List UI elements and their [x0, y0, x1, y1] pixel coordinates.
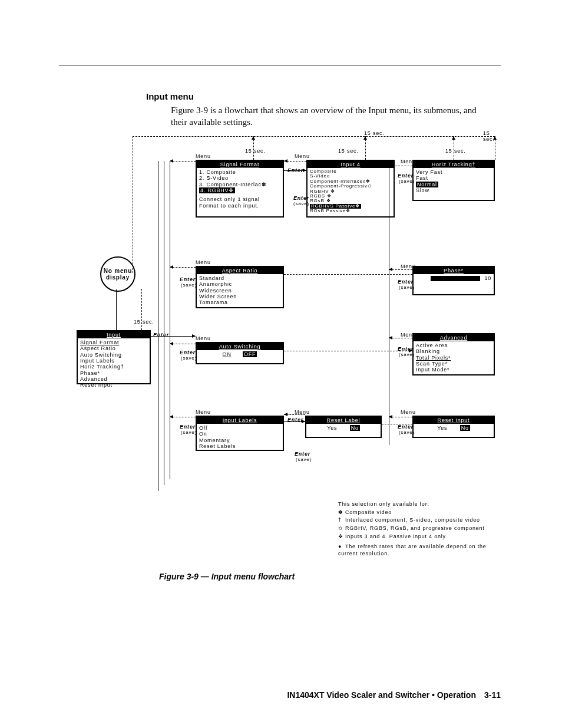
section-heading: Input menu	[146, 91, 194, 101]
advanced-box: Advanced Active Area Blanking Total Pixe…	[412, 333, 495, 375]
timeout-label: 15 sec.	[483, 130, 501, 142]
footnotes: This selection only available for: ✽Comp…	[338, 501, 503, 559]
input-box: Input Signal Format Aspect Ratio Auto Sw…	[77, 330, 151, 384]
reset-input-box: Reset Input Yes No	[412, 416, 495, 438]
flowchart-diagram: 15 sec. 15 sec. No menu display Input Si…	[71, 133, 501, 563]
intro-paragraph: Figure 3-9 is a flowchart that shows an …	[171, 105, 494, 128]
aspect-ratio-box: Aspect Ratio Standard Anamorphic Widescr…	[196, 266, 284, 308]
reset-label-box: Reset Label Yes No	[305, 416, 382, 438]
no-menu-oval: No menu display	[100, 256, 135, 292]
horiz-tracking-box: Horiz Tracking† Very Fast Fast Normal Sl…	[412, 160, 495, 201]
page-footer: IN1404XT Video Scaler and Switcher • Ope…	[59, 690, 501, 700]
auto-switching-box: Auto Switching ON OFF	[196, 342, 284, 364]
phase-box: Phase* 10	[412, 266, 495, 295]
input-labels-box: Input Labels Off On Momentary Reset Labe…	[196, 416, 284, 451]
figure-caption: Figure 3-9 — Input menu flowchart	[159, 572, 295, 581]
header-rule	[59, 65, 501, 65]
signal-format-box: Signal Format 1. Composite 2. S-Video 3.…	[196, 160, 284, 218]
input4-box: Input 4 Composite S-Video Component-Inte…	[306, 160, 395, 218]
